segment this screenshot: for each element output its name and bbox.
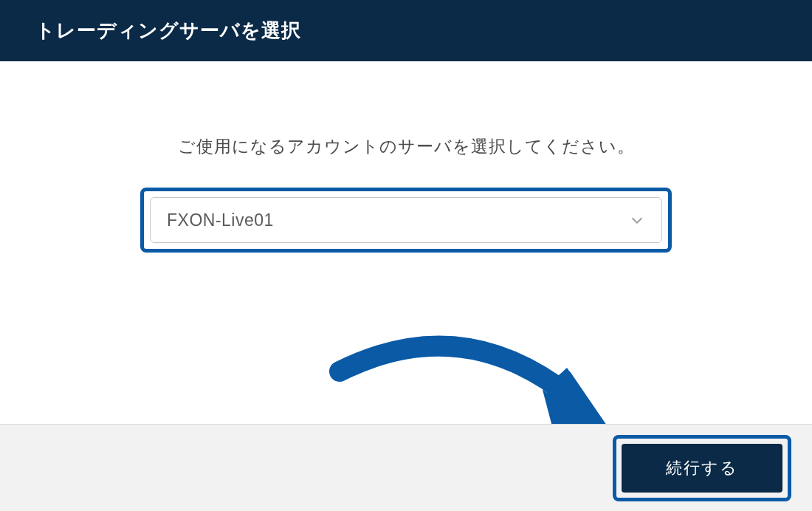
dropdown-selected-value: FXON-Live01	[167, 210, 274, 230]
dialog-title: トレーディングサーバを選択	[35, 19, 301, 41]
dialog-content: ご使用になるアカウントのサーバを選択してください。 FXON-Live01	[0, 61, 812, 414]
continue-button[interactable]: 続行する	[622, 444, 782, 493]
chevron-down-icon	[629, 212, 645, 228]
dropdown-highlight-frame: FXON-Live01	[140, 188, 672, 253]
dialog-header: トレーディングサーバを選択	[0, 0, 812, 61]
dialog-footer: 続行する	[0, 424, 812, 511]
instruction-text: ご使用になるアカウントのサーバを選択してください。	[0, 135, 812, 158]
continue-highlight-frame: 続行する	[613, 435, 791, 501]
server-dropdown[interactable]: FXON-Live01	[150, 197, 662, 243]
